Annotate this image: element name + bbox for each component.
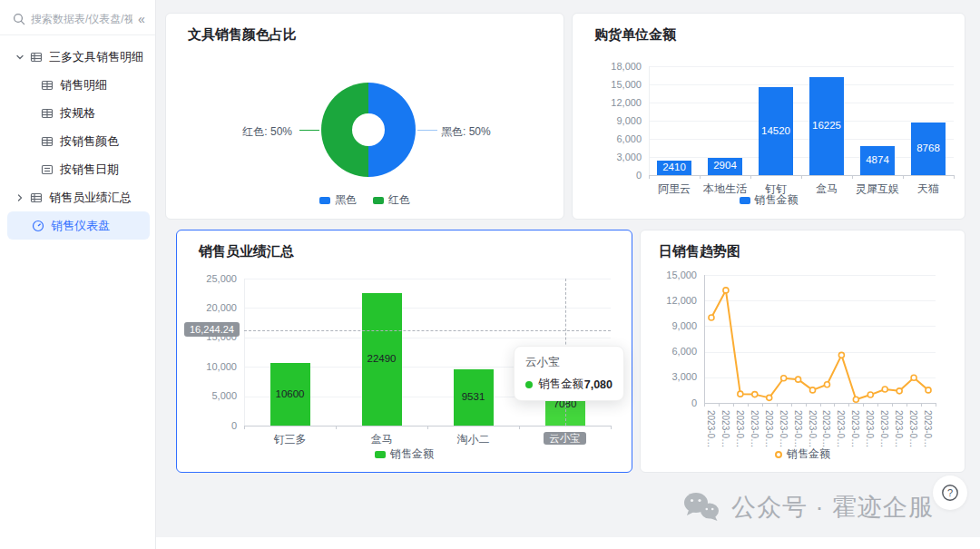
x-axis-tick [733, 403, 734, 407]
x-axis-tick [519, 426, 520, 429]
x-axis-tick [762, 403, 763, 407]
sidebar-item-view-sales-detail[interactable]: 销售明细 [7, 71, 150, 99]
sidebar-item-view-by-color[interactable]: 按销售颜色 [7, 127, 150, 155]
x-axis-tick [954, 175, 955, 179]
sidebar-item-view-by-date[interactable]: 按销售日期 [7, 155, 150, 183]
x-axis-tick [704, 403, 705, 407]
chevron-right-icon[interactable] [13, 193, 27, 202]
bar-value-label: 9531 [454, 391, 494, 402]
x-axis-tick [649, 175, 650, 179]
line-data-point[interactable] [926, 387, 931, 393]
x-axis-tick [877, 403, 878, 407]
average-dashed-line [244, 330, 611, 331]
legend-item-黑色[interactable]: 黑色 [319, 192, 357, 208]
bar-value-label: 16225 [809, 120, 844, 131]
x-axis-date-label: 2023-0… [735, 410, 745, 447]
x-axis-date-label: 2023-0… [850, 410, 860, 447]
grid-view-icon [40, 106, 54, 121]
widget-bar-salesperson[interactable]: 销售员业绩汇总 云小宝 销售金额 7,080 销售金额 05,00010,000… [176, 230, 632, 473]
average-value-badge: 16,244.24 [184, 322, 240, 337]
x-axis-tick [820, 403, 821, 407]
x-axis-category-label: 钉三多 [244, 432, 336, 447]
sidebar-item-label: 销售明细 [60, 77, 107, 93]
line-data-point[interactable] [810, 387, 816, 393]
sidebar-item-label: 销售员业绩汇总 [49, 190, 132, 206]
x-axis-date-label: 2023-0… [750, 410, 760, 447]
x-axis-tick [611, 426, 612, 429]
search-icon [13, 13, 25, 25]
legend-swatch [740, 197, 750, 204]
chart-title: 销售员业绩汇总 [199, 243, 294, 260]
watermark: 公众号 · 霍迹企服 [682, 491, 934, 524]
list-view-icon [40, 162, 54, 177]
bar-value-label: 14520 [759, 125, 793, 136]
x-axis-tick [244, 426, 245, 429]
y-axis-line [244, 279, 245, 426]
grid-view-icon [40, 134, 54, 149]
line-data-point[interactable] [738, 391, 743, 397]
svg-text:?: ? [947, 487, 953, 498]
sidebar-search-row: « [0, 0, 155, 34]
table-icon [29, 50, 44, 64]
bar-value-label: 8768 [911, 142, 946, 153]
line-data-point[interactable] [723, 288, 729, 293]
y-axis-tick-label: 15,000 [591, 79, 642, 90]
line-data-point[interactable] [781, 376, 787, 381]
tooltip-series-dot [525, 381, 533, 388]
pie-leader-line-right [417, 130, 437, 131]
line-data-point[interactable] [911, 375, 916, 380]
x-axis-tick [777, 403, 778, 407]
pie-label-black: 黑色: 50% [441, 124, 491, 140]
line-data-point[interactable] [752, 392, 758, 397]
tooltip-title: 云小宝 [525, 355, 612, 370]
sidebar-item-table-group-1[interactable]: 三多文具销售明细 [7, 43, 150, 71]
line-data-point[interactable] [767, 395, 772, 400]
x-axis-tick [892, 403, 893, 407]
widget-pie-color-share[interactable]: 文具销售颜色占比 红色: 50% 黑色: 50% 黑色红色 [165, 13, 564, 220]
x-axis-tick [801, 175, 802, 179]
pie-leader-line-left [299, 130, 319, 131]
line-data-point[interactable] [853, 397, 858, 402]
line-data-point[interactable] [824, 382, 829, 387]
x-axis-date-label: 2023-0… [779, 410, 789, 447]
bar-value-label: 2410 [657, 162, 691, 172]
sidebar-divider [0, 34, 155, 35]
x-axis-date-label: 2023-0… [908, 410, 918, 447]
tooltip-value: 7,080 [584, 378, 612, 391]
line-data-point[interactable] [709, 315, 714, 320]
legend: 黑色红色 [166, 192, 564, 208]
line-data-point[interactable] [897, 388, 902, 394]
x-axis-tick [906, 403, 907, 407]
line-data-point[interactable] [838, 352, 844, 358]
x-axis-category-label: 阿里云 [649, 181, 700, 197]
sidebar-item-dashboard[interactable]: 销售仪表盘 [7, 211, 150, 240]
y-axis-tick-label: 0 [591, 170, 642, 181]
widget-bar-buyer-amount[interactable]: 购货单位金额 销售金额 03,0006,0009,00012,00015,000… [572, 13, 965, 220]
y-axis-tick-label: 18,000 [591, 61, 642, 72]
sidebar-item-table-group-2[interactable]: 销售员业绩汇总 [7, 183, 150, 211]
y-axis-tick-label: 12,000 [646, 295, 697, 306]
legend-item-销售金额[interactable]: 销售金额 [775, 446, 830, 462]
wechat-icon [682, 491, 720, 524]
help-button[interactable]: ? [933, 475, 967, 510]
search-input[interactable] [31, 13, 132, 25]
line-data-point[interactable] [867, 392, 873, 397]
legend-item-销售金额[interactable]: 销售金额 [375, 446, 434, 462]
chevron-down-icon[interactable] [13, 53, 27, 62]
collapse-sidebar-icon[interactable]: « [138, 13, 145, 25]
legend-label: 黑色 [335, 192, 357, 208]
donut-hole [352, 113, 385, 146]
x-axis-category-label: 本地生活 [700, 181, 750, 197]
chart-tooltip: 云小宝 销售金额 7,080 [514, 346, 624, 401]
line-data-point[interactable] [796, 377, 801, 382]
dashboard-screen: « 三多文具销售明细 销售明细 按规格 [0, 0, 980, 549]
bar-value-label: 22490 [362, 353, 402, 364]
x-axis-date-label: 2023-0… [764, 410, 774, 447]
x-axis-date-label: 2023-0… [923, 410, 933, 447]
sidebar-item-label: 三多文具销售明细 [49, 49, 143, 65]
legend-item-红色[interactable]: 红色 [373, 192, 410, 208]
line-data-point[interactable] [882, 387, 887, 392]
sidebar-item-view-by-spec[interactable]: 按规格 [7, 99, 150, 127]
widget-line-daily-trend[interactable]: 日销售趋势图 销售金额 03,0006,0009,00012,00015,000… [640, 230, 965, 473]
x-axis-date-label: 2023-0… [894, 410, 904, 447]
